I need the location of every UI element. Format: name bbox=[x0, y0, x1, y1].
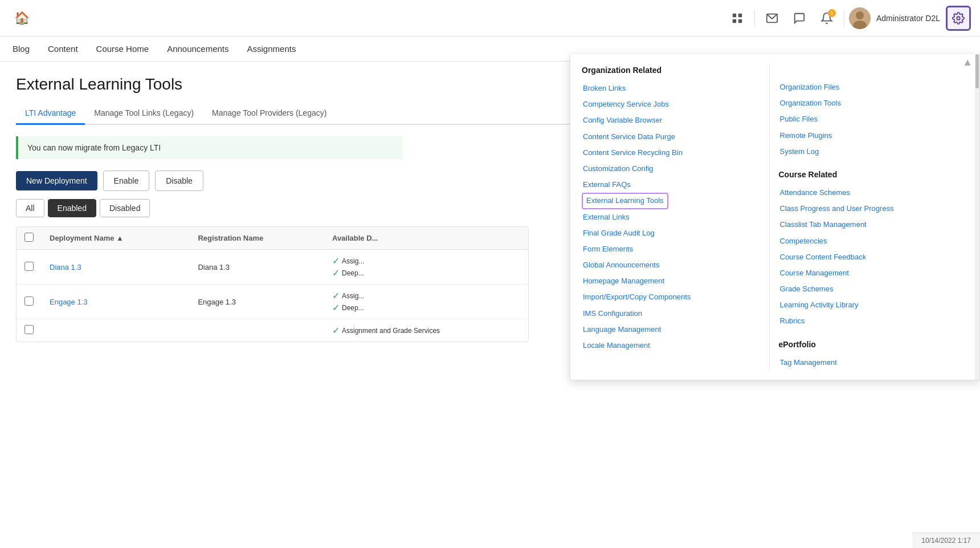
filter-disabled[interactable]: Disabled bbox=[100, 199, 150, 217]
avatar-image bbox=[849, 7, 871, 29]
col1-heading: Organization Related bbox=[582, 66, 760, 75]
menu-homepage-management[interactable]: Homepage Management bbox=[582, 273, 760, 289]
menu-remote-plugins[interactable]: Remote Plugins bbox=[779, 128, 957, 144]
row1-avail-2: ✓ Deep... bbox=[332, 267, 520, 278]
menu-attendance-schemes[interactable]: Attendance Schemes bbox=[779, 185, 957, 201]
menu-external-faqs[interactable]: External FAQs bbox=[582, 177, 760, 193]
row3-checkbox[interactable] bbox=[24, 325, 34, 334]
menu-course-management[interactable]: Course Management bbox=[779, 265, 957, 281]
row3-available-cell: ✓ Assignment and Grade Services bbox=[332, 325, 520, 336]
menu-organization-tools[interactable]: Organization Tools bbox=[779, 95, 957, 111]
eportfolio-heading: ePortfolio bbox=[779, 340, 957, 349]
check-icon: ✓ bbox=[332, 302, 340, 313]
menu-public-files[interactable]: Public Files bbox=[779, 111, 957, 127]
row1-checkbox-cell bbox=[17, 250, 42, 285]
alert-text: You can now migrate from Legacy LTI bbox=[27, 143, 161, 152]
home-button[interactable]: 🏠 bbox=[9, 6, 34, 31]
col-deployment-name[interactable]: Deployment Name ▲ bbox=[42, 227, 190, 250]
menu-global-announcements[interactable]: Global Announcements bbox=[582, 257, 760, 273]
row3-avail-1: ✓ Assignment and Grade Services bbox=[332, 325, 520, 336]
check-icon: ✓ bbox=[332, 267, 340, 278]
enable-button[interactable]: Enable bbox=[103, 171, 150, 191]
menu-learning-activity-library[interactable]: Learning Activity Library bbox=[779, 297, 957, 313]
subnav-course-home[interactable]: Course Home bbox=[95, 36, 150, 62]
notifications-button[interactable]: 1 bbox=[814, 6, 839, 31]
avatar[interactable] bbox=[849, 7, 871, 29]
row2-available-cell: ✓ Assig... ✓ Deep... bbox=[332, 290, 520, 313]
chat-button[interactable] bbox=[787, 6, 812, 31]
scrollbar-thumb[interactable] bbox=[975, 54, 979, 88]
menu-course-content-feedback[interactable]: Course Content Feedback bbox=[779, 249, 957, 265]
menu-final-grade-audit-log[interactable]: Final Grade Audit Log bbox=[582, 225, 760, 241]
subnav-announcements[interactable]: Announcements bbox=[166, 36, 230, 62]
svg-point-6 bbox=[856, 11, 864, 19]
deployments-table: Deployment Name ▲ Registration Name Avai… bbox=[16, 226, 529, 342]
menu-tag-management[interactable]: Tag Management bbox=[779, 355, 957, 356]
top-bar: 🏠 1 bbox=[0, 0, 980, 36]
menu-locale-management[interactable]: Locale Management bbox=[582, 338, 760, 354]
menu-language-management[interactable]: Language Management bbox=[582, 322, 760, 338]
menu-external-links[interactable]: External Links bbox=[582, 209, 760, 225]
menu-class-progress[interactable]: Class Progress and User Progress bbox=[779, 201, 957, 217]
row1-checkbox[interactable] bbox=[24, 262, 34, 271]
menu-classlist-tab-management[interactable]: Classlist Tab Management bbox=[779, 217, 957, 233]
menu-grade-schemes[interactable]: Grade Schemes bbox=[779, 281, 957, 297]
new-deployment-button[interactable]: New Deployment bbox=[16, 171, 97, 190]
row1-available-cell: ✓ Assig... ✓ Deep... bbox=[332, 255, 520, 278]
alert-banner: You can now migrate from Legacy LTI bbox=[16, 136, 403, 159]
row2-checkbox[interactable] bbox=[24, 297, 34, 306]
tab-manage-tool-links[interactable]: Manage Tool Links (Legacy) bbox=[85, 103, 203, 125]
mail-button[interactable] bbox=[760, 6, 785, 31]
svg-rect-3 bbox=[738, 19, 742, 22]
tab-manage-tool-providers[interactable]: Manage Tool Providers (Legacy) bbox=[203, 103, 336, 125]
apps-button[interactable] bbox=[725, 6, 750, 31]
scroll-up-arrow[interactable]: ▲ bbox=[960, 54, 975, 71]
filter-enabled[interactable]: Enabled bbox=[48, 199, 96, 217]
menu-broken-links[interactable]: Broken Links bbox=[582, 80, 760, 96]
check-icon: ✓ bbox=[332, 325, 340, 336]
home-icon: 🏠 bbox=[14, 11, 30, 26]
select-all-checkbox[interactable] bbox=[24, 233, 34, 242]
grid-icon bbox=[731, 12, 744, 25]
menu-content-service-data-purge[interactable]: Content Service Data Purge bbox=[582, 129, 760, 145]
tab-lti-advantage[interactable]: LTI Advantage bbox=[16, 103, 85, 125]
user-name-label[interactable]: Administrator D2L bbox=[876, 14, 940, 23]
menu-config-variable-browser[interactable]: Config Variable Browser bbox=[582, 112, 760, 128]
menu-import-export-copy[interactable]: Import/Export/Copy Components bbox=[582, 289, 760, 305]
check-icon: ✓ bbox=[332, 255, 340, 266]
row3-checkbox-cell bbox=[17, 319, 42, 342]
subnav-assignments[interactable]: Assignments bbox=[246, 36, 297, 62]
row1-avail-1: ✓ Assig... bbox=[332, 255, 520, 266]
menu-competencies[interactable]: Competencies bbox=[779, 233, 957, 249]
filter-all[interactable]: All bbox=[16, 199, 44, 217]
disable-button[interactable]: Disable bbox=[155, 171, 203, 191]
dropdown-scrollbar bbox=[975, 54, 979, 356]
menu-rubrics[interactable]: Rubrics bbox=[779, 313, 957, 329]
gear-button[interactable] bbox=[946, 6, 971, 31]
menu-content-service-recycling-bin[interactable]: Content Service Recycling Bin bbox=[582, 145, 760, 161]
menu-external-learning-tools[interactable]: External Learning Tools bbox=[582, 193, 668, 209]
row1-registration-name: Diana 1.3 bbox=[190, 250, 324, 285]
menu-organization-files[interactable]: Organization Files bbox=[779, 79, 957, 95]
subnav-content[interactable]: Content bbox=[47, 36, 79, 62]
course-related-heading: Course Related bbox=[779, 170, 957, 179]
row1-available: ✓ Assig... ✓ Deep... bbox=[324, 250, 528, 285]
svg-rect-1 bbox=[738, 13, 742, 17]
menu-competency-service-jobs[interactable]: Competency Service Jobs bbox=[582, 96, 760, 112]
gear-icon bbox=[952, 12, 965, 25]
row2-deployment-name: Engage 1.3 bbox=[42, 285, 190, 319]
row1-deployment-link[interactable]: Diana 1.3 bbox=[50, 263, 81, 271]
menu-customization-config[interactable]: Customization Config bbox=[582, 161, 760, 177]
table-row: ✓ Assignment and Grade Services bbox=[17, 319, 528, 342]
check-icon: ✓ bbox=[332, 290, 340, 301]
row2-deployment-link[interactable]: Engage 1.3 bbox=[50, 298, 88, 306]
row1-deployment-name: Diana 1.3 bbox=[42, 250, 190, 285]
menu-system-log[interactable]: System Log bbox=[779, 144, 957, 160]
menu-ims-configuration[interactable]: IMS Configuration bbox=[582, 306, 760, 322]
admin-dropdown: ▲ Organization Related Broken Links Comp… bbox=[570, 54, 980, 356]
subnav-blog[interactable]: Blog bbox=[11, 36, 31, 62]
separator bbox=[754, 10, 755, 27]
svg-rect-2 bbox=[733, 19, 736, 22]
col-divider bbox=[769, 63, 770, 356]
menu-form-elements[interactable]: Form Elements bbox=[582, 241, 760, 257]
